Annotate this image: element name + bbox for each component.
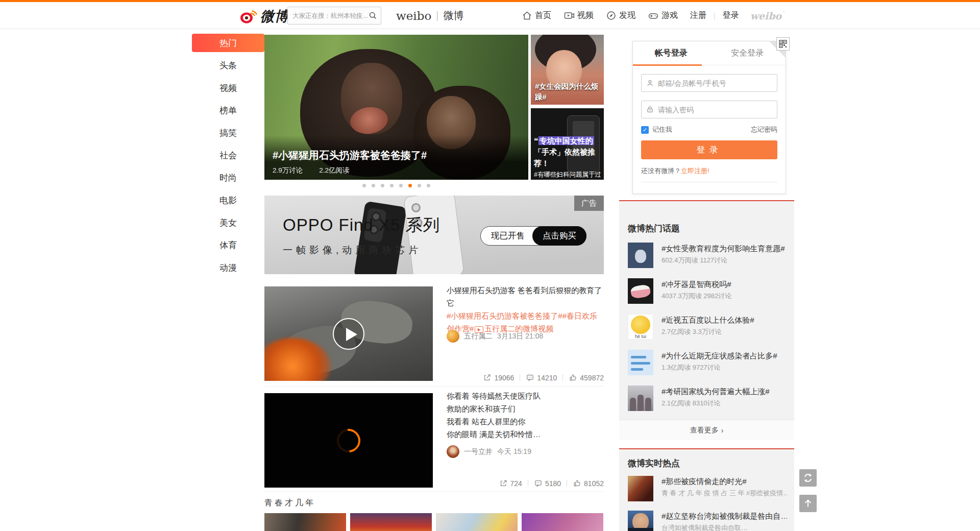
tab-safe-login[interactable]: 安全登录 xyxy=(709,41,786,65)
search-box[interactable] xyxy=(287,7,381,25)
carousel-dot-3[interactable] xyxy=(381,184,384,187)
post1-title: 小猩猩用石头扔游客 爸爸看到后狠狠的教育了它 xyxy=(447,284,605,309)
register-now-link[interactable]: 立即注册! xyxy=(681,167,709,175)
nav-home[interactable]: 首页 xyxy=(522,10,551,21)
password-input[interactable] xyxy=(658,106,773,114)
gallery-thumb-street[interactable] xyxy=(350,513,432,531)
play-button-icon[interactable] xyxy=(333,318,364,350)
post2-author-name[interactable]: 一号立井 xyxy=(464,447,493,456)
channel-video[interactable]: 视频 xyxy=(192,79,264,97)
carousel-discussion-count: 2.9万讨论 xyxy=(273,166,303,175)
remember-checkbox[interactable]: ✓ xyxy=(641,126,649,134)
carousel-dot-8[interactable] xyxy=(427,184,430,187)
channel-anime[interactable]: 动漫 xyxy=(192,258,264,277)
quote-mark: ❝ xyxy=(534,136,538,145)
post1-video-thumbnail[interactable] xyxy=(264,286,433,381)
view-more-button[interactable]: 查看更多 › xyxy=(619,420,794,440)
topic3-stats: 2.7亿阅读 3.3万讨论 xyxy=(662,327,722,336)
topic2-thumbnail xyxy=(628,278,653,304)
post-divider xyxy=(264,386,604,387)
post2-share-count: 724 xyxy=(510,479,522,488)
topic-row-2[interactable]: #冲牙器是智商税吗# 4037.3万阅读 2982讨论 xyxy=(628,278,786,308)
carousel-title[interactable]: #小猩猩用石头扔游客被爸爸揍了# xyxy=(273,149,520,162)
carousel-dot-1[interactable] xyxy=(362,184,366,187)
gallery-thumb-baby[interactable] xyxy=(436,513,518,531)
forgot-password-link[interactable]: 忘记密码 xyxy=(751,125,777,134)
topic-row-4[interactable]: #为什么近期无症状感染者占比多# 1.3亿阅读 9727讨论 xyxy=(628,350,786,379)
channel-movies[interactable]: 电影 xyxy=(192,191,264,209)
topic4-title: #为什么近期无症状感染者占比多# xyxy=(662,351,786,361)
post2-share-button[interactable]: 724 xyxy=(499,479,522,488)
ad-buy-button[interactable]: 点击购买 xyxy=(532,226,586,246)
channel-beauty[interactable]: 美女 xyxy=(192,213,264,232)
topic4-stats: 1.3亿阅读 9727讨论 xyxy=(662,363,721,372)
channel-rankings[interactable]: 榜单 xyxy=(192,101,264,119)
topic-row-1[interactable]: #女性受教育程度为何影响生育意愿# 602.4万阅读 1127讨论 xyxy=(628,243,786,272)
thumbs-up-icon xyxy=(573,479,581,488)
carousel-dot-5[interactable] xyxy=(399,184,403,187)
lock-icon xyxy=(646,105,654,114)
topic1-thumbnail xyxy=(628,243,653,268)
weibo-logo[interactable]: 微博 xyxy=(239,7,289,26)
login-link[interactable]: 登录 xyxy=(723,10,739,21)
oppo-ad-banner[interactable]: 广告 OPPO Find X5 系列 一帧影像,动用两块芯片 现已开售 点击购买 xyxy=(264,196,604,274)
carousel-caption: #小猩猩用石头扔游客被爸爸揍了# 2.9万讨论 2.2亿阅读 xyxy=(264,135,528,180)
post1-avatar[interactable] xyxy=(447,330,459,343)
comment-icon xyxy=(526,373,534,382)
post1-share-button[interactable]: 19066 xyxy=(483,373,514,382)
post-divider xyxy=(264,491,604,492)
refresh-button[interactable] xyxy=(799,469,817,487)
remember-label[interactable]: 记住我 xyxy=(652,125,672,134)
channel-society[interactable]: 社会 xyxy=(192,146,264,164)
thumb-bottom-hashtag: #有哪些妇科问题属于过度治疗# xyxy=(534,170,603,180)
topic3-title: #近视五百度以上什么体验# xyxy=(662,316,786,325)
post2-like-button[interactable]: 81052 xyxy=(573,479,604,488)
search-input[interactable] xyxy=(292,12,368,19)
register-link[interactable]: 注册 xyxy=(690,10,706,21)
username-field-wrap xyxy=(641,74,777,92)
nav-games-label: 游戏 xyxy=(662,10,678,21)
nav-games[interactable]: 游戏 xyxy=(648,10,678,21)
channel-hot[interactable]: 热门 xyxy=(192,34,264,52)
post1-author-name[interactable]: 五行属二 xyxy=(464,332,493,341)
stat-divider xyxy=(567,480,567,487)
channel-funny[interactable]: 搞笑 xyxy=(192,124,264,142)
channel-fashion[interactable]: 时尚 xyxy=(192,168,264,187)
nav-discover[interactable]: 发现 xyxy=(606,10,635,21)
topic-row-5[interactable]: #考研国家线为何普遍大幅上涨# 2.1亿阅读 8310讨论 xyxy=(628,385,786,415)
carousel-dot-6-active[interactable] xyxy=(408,184,412,187)
post2-video-thumbnail[interactable] xyxy=(264,393,433,488)
gallery-thumb-luggage[interactable] xyxy=(264,513,346,531)
carousel-main-slide[interactable]: #小猩猩用石头扔游客被爸爸揍了# 2.9万讨论 2.2亿阅读 xyxy=(264,35,528,180)
topic5-stats: 2.1亿阅读 8310讨论 xyxy=(662,399,721,408)
nav-video[interactable]: 视频 xyxy=(564,10,594,21)
post1-text: 小猩猩用石头扔游客 爸爸看到后狠狠的教育了它 #小猩猩用石头扔游客被爸爸揍了##… xyxy=(447,284,605,335)
nav-home-label: 首页 xyxy=(535,10,551,21)
channel-headlines[interactable]: 头条 xyxy=(192,56,264,75)
ad-cta[interactable]: 现已开售 点击购买 xyxy=(480,226,586,246)
login-button[interactable]: 登录 xyxy=(641,140,777,159)
realtime-row-1[interactable]: #那些被疫情偷走的时光# 青 春 才 几 年 疫 情 占 三 年 #那些被疫情… xyxy=(628,476,786,506)
tab-account-login[interactable]: 帐号登录 xyxy=(633,41,709,65)
carousel-side-thumb-bottom[interactable]: ❝专坑中国女性的 「手术」依然被推荐！ #有哪些妇科问题属于过度治疗# xyxy=(531,108,604,180)
channel-sports[interactable]: 体育 xyxy=(192,236,264,254)
realtime-row-2[interactable]: #赵立坚称台湾如被俄制裁是咎由自… 台湾如被俄制裁是咎由自取… xyxy=(628,511,786,531)
post1-comment-button[interactable]: 14210 xyxy=(526,373,557,382)
stat-divider xyxy=(520,374,520,381)
post1-like-button[interactable]: 459872 xyxy=(569,373,604,382)
carousel-dot-4[interactable] xyxy=(390,184,394,187)
back-to-top-button[interactable] xyxy=(799,495,817,512)
post2-comment-button[interactable]: 5180 xyxy=(534,479,561,488)
login-panel: 帐号登录 安全登录 xyxy=(632,41,786,194)
topic-row-3[interactable]: hē tui #近视五百度以上什么体验# 2.7亿阅读 3.3万讨论 xyxy=(628,314,786,344)
gallery-thumb-concert[interactable] xyxy=(522,513,603,531)
hot-topics-title: 微博热门话题 xyxy=(628,223,680,234)
search-icon[interactable] xyxy=(368,11,378,20)
post2-avatar[interactable] xyxy=(447,445,459,458)
carousel-dot-2[interactable] xyxy=(372,184,375,187)
carousel-side-thumb-top[interactable]: #女生会因为什么烦躁# xyxy=(531,35,604,105)
side-thumb-top-title: #女生会因为什么烦躁# xyxy=(535,81,602,102)
carousel-dot-7[interactable] xyxy=(418,184,421,187)
nav-discover-label: 发现 xyxy=(619,10,635,21)
username-input[interactable] xyxy=(658,79,773,87)
